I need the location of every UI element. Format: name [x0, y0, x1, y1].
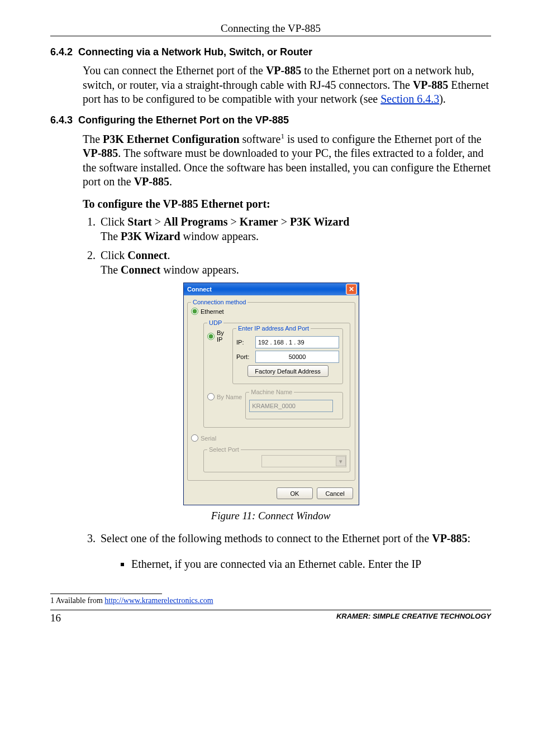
ethernet-radio-row[interactable]: Ethernet: [191, 308, 224, 315]
machine-name-input: KRAMER_0000: [249, 400, 333, 412]
port-label: Port:: [236, 353, 252, 360]
dialog-titlebar: Connect ✕: [184, 283, 359, 295]
connect-dialog-figure: Connect ✕ Connection method Ethernet UDP…: [183, 283, 358, 505]
ip-label: IP:: [236, 339, 252, 346]
serial-radio[interactable]: [191, 434, 198, 442]
by-ip-radio-row[interactable]: By IP: [207, 329, 229, 343]
enter-ip-legend: Enter IP address And Port: [236, 325, 311, 332]
ok-button[interactable]: OK: [277, 487, 313, 499]
enter-ip-fieldset: Enter IP address And Port IP: 192 . 168 …: [232, 325, 343, 384]
serial-radio-row[interactable]: Serial: [191, 434, 216, 442]
section-title: Connecting via a Network Hub, Switch, or…: [78, 46, 312, 58]
by-name-label: By Name: [217, 394, 242, 400]
udp-fieldset: UDP By IP Enter IP address And Port IP:: [203, 319, 350, 428]
by-ip-radio[interactable]: [207, 333, 215, 340]
serial-label: Serial: [201, 435, 216, 442]
factory-default-button[interactable]: Factory Default Address: [248, 365, 329, 377]
procedure-list-cont: Select one of the following methods to c…: [83, 531, 491, 546]
cancel-button[interactable]: Cancel: [317, 487, 353, 499]
kramer-link[interactable]: http://www.kramerelectronics.com: [104, 596, 213, 605]
section-number: 6.4.3: [50, 114, 73, 126]
running-header: Connecting the VP-885: [50, 22, 491, 36]
ethernet-label: Ethernet: [201, 308, 224, 315]
figure-11-caption: Figure 11: Connect Window: [50, 510, 491, 522]
footer-brand: KRAMER: SIMPLE CREATIVE TECHNOLOGY: [336, 612, 491, 624]
connection-method-legend: Connection method: [191, 299, 248, 305]
connection-method-fieldset: Connection method Ethernet UDP By IP Ent…: [187, 299, 355, 481]
bullet-ethernet: Ethernet, if you are connected via an Et…: [131, 557, 491, 571]
close-icon: ✕: [349, 285, 354, 293]
section-6-4-3-heading: 6.4.3 Configuring the Ethernet Port on t…: [50, 114, 491, 126]
by-name-radio-row[interactable]: By Name: [207, 393, 242, 400]
ethernet-radio[interactable]: [191, 308, 198, 315]
step-3: Select one of the following methods to c…: [98, 531, 491, 546]
footnote-1: 1 Available from http://www.kramerelectr…: [50, 596, 491, 605]
machine-name-legend: Machine Name: [249, 389, 294, 395]
section-title: Configuring the Ethernet Port on the VP-…: [78, 114, 289, 126]
by-ip-label: By IP: [217, 329, 229, 343]
port-input[interactable]: 50000: [255, 351, 339, 363]
dialog-title: Connect: [187, 286, 212, 293]
chevron-down-icon: ▾: [336, 456, 346, 466]
procedure-heading: To configure the VP-885 Ethernet port:: [83, 197, 491, 212]
procedure-list: Click Start > All Programs > Kramer > P3…: [83, 214, 491, 277]
section-link-6-4-3[interactable]: Section 6.4.3: [380, 93, 439, 105]
page-footer: 16 KRAMER: SIMPLE CREATIVE TECHNOLOGY: [50, 610, 491, 624]
footnote-separator: [50, 594, 162, 594]
select-port-dropdown: ▾: [261, 455, 346, 467]
select-port-legend: Select Port: [207, 446, 241, 453]
s642-paragraph: You can connect the Ethernet port of the…: [83, 64, 491, 107]
udp-legend: UDP: [207, 319, 223, 326]
ip-input[interactable]: 192 . 168 . 1 . 39: [255, 336, 339, 348]
page-number: 16: [50, 612, 61, 624]
step-3-bullets: Ethernet, if you are connected via an Et…: [117, 557, 491, 571]
step-2: Click Connect. The Connect window appear…: [98, 248, 491, 277]
connect-dialog: Connect ✕ Connection method Ethernet UDP…: [183, 283, 359, 505]
by-name-radio[interactable]: [207, 393, 215, 400]
section-6-4-2-heading: 6.4.2 Connecting via a Network Hub, Swit…: [50, 46, 491, 58]
s643-paragraph-1: The P3K Ethernet Configuration software1…: [83, 132, 491, 189]
section-number: 6.4.2: [50, 46, 73, 58]
machine-name-fieldset: Machine Name KRAMER_0000: [245, 389, 343, 419]
select-port-fieldset: Select Port ▾: [203, 446, 350, 472]
step-1: Click Start > All Programs > Kramer > P3…: [98, 214, 491, 243]
close-button[interactable]: ✕: [346, 284, 357, 295]
